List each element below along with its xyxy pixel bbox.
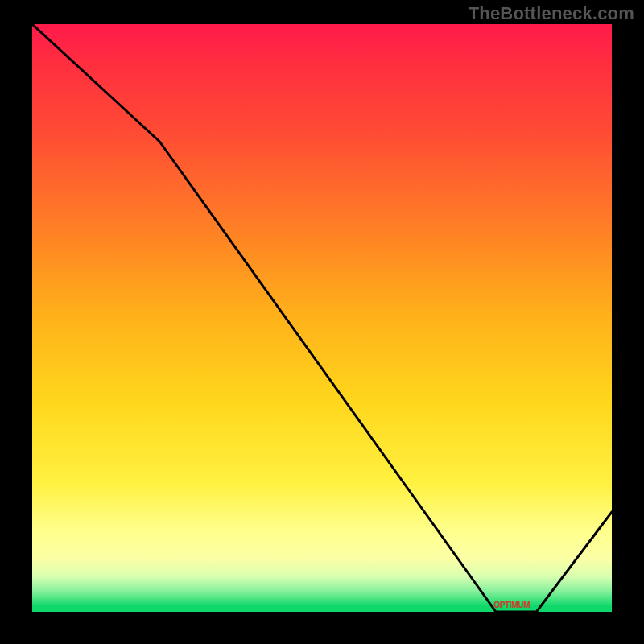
bottleneck-line-svg [32,24,612,612]
chart-container: TheBottleneck.com OPTIMUM [0,0,644,644]
plot-area: OPTIMUM [32,24,612,612]
optimum-label: OPTIMUM [493,601,530,609]
attribution-label: TheBottleneck.com [469,3,634,24]
bottleneck-curve [32,24,612,612]
